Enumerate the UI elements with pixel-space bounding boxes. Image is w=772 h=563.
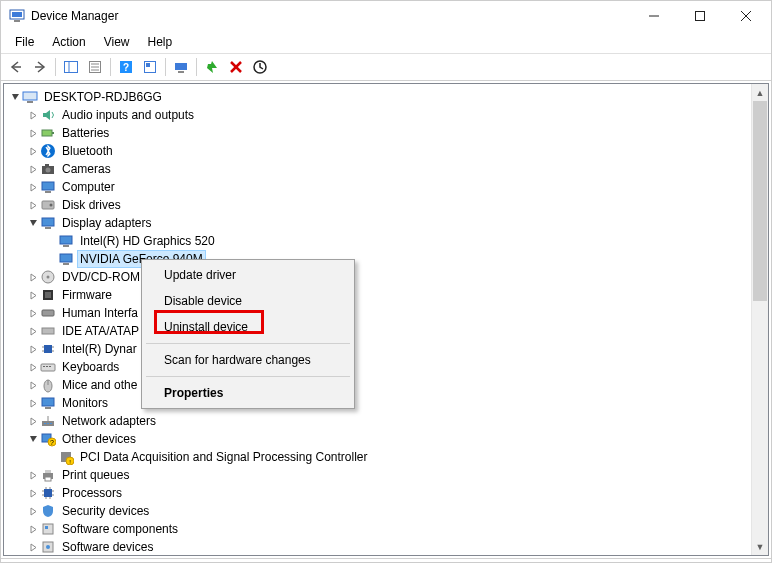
show-hide-tree-button[interactable] [60,56,82,78]
tree-item-display[interactable]: Display adapters [8,214,768,232]
menu-action[interactable]: Action [44,33,93,51]
svg-rect-19 [175,63,187,70]
expand-icon[interactable] [26,486,40,500]
expand-icon[interactable] [26,396,40,410]
close-button[interactable] [723,1,769,31]
tree-item-disk[interactable]: Disk drives [8,196,768,214]
tree-item-security[interactable]: Security devices [8,502,768,520]
vertical-scrollbar[interactable]: ▲ ▼ [751,84,768,555]
collapse-icon[interactable] [8,90,22,104]
expand-icon[interactable] [26,468,40,482]
software-device-icon [40,539,56,555]
tree-root[interactable]: DESKTOP-RDJB6GG [8,88,768,106]
forward-button[interactable] [29,56,51,78]
svg-rect-46 [42,310,54,316]
tree-item-audio[interactable]: Audio inputs and outputs [8,106,768,124]
expand-icon[interactable] [26,306,40,320]
menu-disable-device[interactable]: Disable device [144,288,352,314]
menu-file[interactable]: File [7,33,42,51]
help-button[interactable]: ? [115,56,137,78]
menu-separator [146,376,350,377]
minimize-button[interactable] [631,1,677,31]
expand-icon[interactable] [26,522,40,536]
expand-icon[interactable] [26,162,40,176]
svg-rect-1 [12,12,22,17]
svg-rect-9 [65,62,78,73]
tree-item-swdev[interactable]: Software devices [8,538,768,555]
uninstall-button[interactable] [225,56,247,78]
maximize-button[interactable] [677,1,723,31]
tree-item-ide[interactable]: IDE ATA/ATAP [8,322,768,340]
properties-button[interactable] [84,56,106,78]
device-tree[interactable]: DESKTOP-RDJB6GG Audio inputs and outputs… [4,84,768,555]
svg-rect-18 [146,63,150,67]
tree-item-nvidia[interactable]: NVIDIA GeForce 940M [8,250,768,268]
menu-uninstall-device[interactable]: Uninstall device [144,314,352,340]
tree-item-cameras[interactable]: Cameras [8,160,768,178]
menu-properties[interactable]: Properties [144,380,352,406]
svg-rect-45 [45,292,51,298]
battery-icon [40,125,56,141]
scroll-down-button[interactable]: ▼ [752,538,768,555]
back-button[interactable] [5,56,27,78]
expand-icon[interactable] [26,288,40,302]
menu-help[interactable]: Help [140,33,181,51]
expand-icon[interactable] [26,342,40,356]
tree-item-label: Processors [60,485,124,501]
tree-item-computer[interactable]: Computer [8,178,768,196]
tree-item-bluetooth[interactable]: Bluetooth [8,142,768,160]
tree-item-processors[interactable]: Processors [8,484,768,502]
tree-item-swcomp[interactable]: Software components [8,520,768,538]
tree-item-label: Human Interfa [60,305,140,321]
expand-icon[interactable] [26,198,40,212]
expand-icon[interactable] [26,360,40,374]
scan-hardware-button[interactable] [170,56,192,78]
scroll-thumb[interactable] [753,101,767,301]
svg-rect-2 [14,20,20,22]
tree-item-keyboards[interactable]: Keyboards [8,358,768,376]
menu-view[interactable]: View [96,33,138,51]
expand-icon[interactable] [26,144,40,158]
scroll-up-button[interactable]: ▲ [752,84,768,101]
computer-icon [40,179,56,195]
tree-item-mice[interactable]: Mice and othe [8,376,768,394]
svg-rect-63 [47,423,49,424]
expand-icon[interactable] [26,324,40,338]
expand-icon[interactable] [26,504,40,518]
tree-item-network[interactable]: Network adapters [8,412,768,430]
expand-icon[interactable] [26,540,40,554]
tree-item-other[interactable]: ? Other devices [8,430,768,448]
tree-item-dvd[interactable]: DVD/CD-ROM [8,268,768,286]
display-adapter-icon [58,233,74,249]
expand-icon[interactable] [26,108,40,122]
collapse-icon[interactable] [26,216,40,230]
menu-scan-hardware[interactable]: Scan for hardware changes [144,347,352,373]
tree-item-batteries[interactable]: Batteries [8,124,768,142]
expand-icon[interactable] [26,414,40,428]
tree-item-dynamic[interactable]: Intel(R) Dynar [8,340,768,358]
tree-item-label: IDE ATA/ATAP [60,323,141,339]
svg-rect-20 [178,71,184,73]
tree-item-pci[interactable]: ! PCI Data Acquisition and Signal Proces… [8,448,768,466]
enable-device-button[interactable] [201,56,223,78]
svg-rect-24 [23,92,37,100]
tree-item-label: Network adapters [60,413,158,429]
expand-icon[interactable] [26,126,40,140]
update-driver-button[interactable] [249,56,271,78]
tree-item-firmware[interactable]: Firmware [8,286,768,304]
tree-item-monitors[interactable]: Monitors [8,394,768,412]
svg-text:?: ? [123,62,129,73]
app-icon [9,8,25,24]
tree-item-label: Software devices [60,539,155,555]
expand-icon[interactable] [26,180,40,194]
collapse-icon[interactable] [26,432,40,446]
expand-icon[interactable] [26,270,40,284]
tree-item-intel-gfx[interactable]: Intel(R) HD Graphics 520 [8,232,768,250]
tree-item-hid[interactable]: Human Interfa [8,304,768,322]
action-button[interactable] [139,56,161,78]
tree-item-printq[interactable]: Print queues [8,466,768,484]
context-menu: Update driver Disable device Uninstall d… [141,259,355,409]
menu-update-driver[interactable]: Update driver [144,262,352,288]
tree-item-label: Keyboards [60,359,121,375]
expand-icon[interactable] [26,378,40,392]
